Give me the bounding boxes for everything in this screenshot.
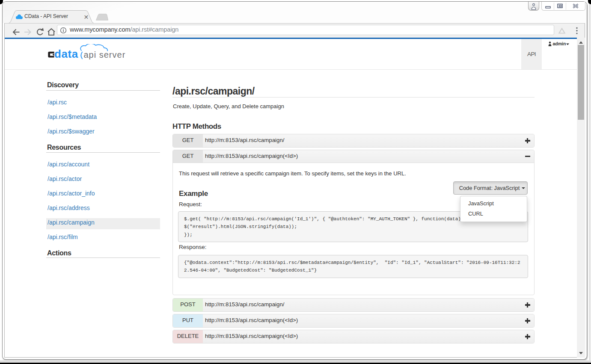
svg-text:data: data bbox=[54, 47, 78, 60]
svg-text:api server: api server bbox=[84, 50, 126, 59]
